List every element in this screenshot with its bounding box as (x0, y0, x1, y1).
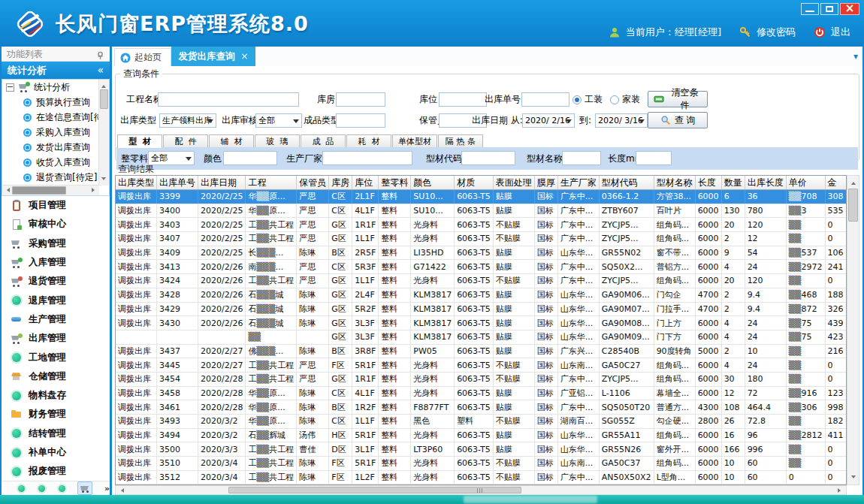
tab-overflow-icon[interactable]: ▾ (853, 51, 858, 62)
table-row[interactable]: 调拨出库35002020/3/3工▒▒共工程曹佳D区3L1F整料LT3P6060… (116, 442, 846, 457)
table-row[interactable]: 调拨出库34292020/2/26石▒▒▒城陈琳G区5R2F整料KLM38176… (116, 302, 846, 316)
column-header[interactable]: 膜厚 (534, 176, 557, 190)
sidebar-menu-item[interactable]: 生产管理 (2, 310, 110, 329)
sidebar-menu-item[interactable]: 退货管理 (2, 272, 110, 291)
table-row[interactable]: 调拨出库34002020/2/25华▒▒原...严思C区4L1F整料SU10..… (116, 204, 846, 218)
sidebar-menu-item[interactable]: 仓储管理 (2, 367, 110, 386)
color-input[interactable] (223, 151, 277, 165)
tree-item[interactable]: 退货查询[待定] (2, 170, 99, 185)
clear-conditions-button[interactable]: 清空条件 (648, 91, 708, 107)
sidebar-menu-item[interactable]: 补单中心 (2, 443, 110, 462)
column-header[interactable]: 整零料 (379, 176, 411, 190)
table-row[interactable]: 调拨出库34282020/2/26石▒▒▒城陈琳G区2L4F整料KLM38176… (116, 288, 846, 302)
column-header[interactable]: 材质 (455, 176, 494, 190)
column-header[interactable]: 出库日期 (198, 176, 246, 190)
location-input[interactable] (439, 92, 487, 107)
tree-item[interactable]: 收货入库查询 (2, 155, 99, 170)
sidebar-menu-item[interactable]: 结转管理 (2, 424, 110, 443)
table-row[interactable]: 调拨出库34582020/2/28华▒▒原...陈琳C区4L1F整料光身料606… (116, 386, 846, 400)
grid-vertical-scrollbar[interactable] (847, 175, 859, 485)
sidebar-menu-item[interactable]: 物料盘存 (2, 386, 110, 405)
date-to-picker[interactable]: 2020/ 3/16 (595, 113, 648, 128)
tree-root[interactable]: 统计分析 (2, 80, 99, 95)
quick-dot-icon[interactable] (37, 484, 47, 493)
product-type-input[interactable] (336, 113, 385, 128)
column-header[interactable]: 工程 (246, 176, 297, 190)
column-header[interactable]: 单价 (786, 176, 825, 190)
material-tab-8[interactable]: 隔 热 条 (438, 134, 483, 147)
material-tab-1[interactable]: 型 材 (117, 134, 162, 148)
column-header[interactable]: 出库单号 (157, 176, 198, 190)
out-type-dropdown[interactable]: 生产领料出库 (159, 113, 216, 128)
sidebar-menu-item[interactable]: 退库管理 (2, 291, 110, 309)
column-header[interactable]: 库房 (329, 176, 352, 190)
table-row[interactable]: 调拨出库33992020/2/25华▒▒原...严思C区2L1F整料SU10..… (116, 190, 846, 204)
sidebar-menu-item[interactable]: 采购管理 (2, 234, 110, 253)
radio-jiazhuang[interactable]: 家装 (610, 92, 640, 107)
tree-vertical-scrollbar[interactable] (98, 80, 109, 186)
column-header[interactable]: 数量 (721, 176, 745, 190)
tab-close-icon[interactable]: × (240, 51, 248, 62)
profile-name-input[interactable] (562, 151, 601, 165)
column-header[interactable]: 出库类型 (116, 176, 157, 190)
profile-code-input[interactable] (461, 151, 515, 165)
material-tab-5[interactable]: 成 品 (301, 134, 346, 147)
search-button[interactable]: 查 询 (648, 112, 708, 128)
material-tab-6[interactable]: 耗 材 (346, 134, 391, 147)
sidebar-menu-item[interactable]: 项目管理 (2, 196, 110, 215)
minimize-button[interactable] (801, 3, 819, 15)
table-row[interactable]: 调拨出库35122020/3/4工▒▒共工程陈琳F区1L2F整料光身料6063-… (116, 470, 846, 484)
tab-home[interactable]: 起始页 (114, 48, 171, 66)
project-name-input[interactable] (158, 92, 299, 107)
order-no-input[interactable] (521, 92, 569, 107)
sidebar-menu-item[interactable]: 出库管理 (2, 329, 110, 348)
sidebar-menu-item[interactable]: 工地管理 (2, 348, 110, 367)
logout-link[interactable]: 退出 (831, 26, 850, 39)
tree-item[interactable]: 发货出库查询 (2, 140, 99, 155)
tree-item[interactable]: 在途信息查询[待 (2, 110, 99, 125)
column-header[interactable]: 出库长度 (745, 176, 786, 190)
column-header[interactable]: 生产厂家 (557, 176, 599, 190)
more-buttons-chevron[interactable]: » (104, 484, 110, 493)
table-row[interactable]: 调拨出库34372020/2/27佛▒▒▒...陈琳B区3R8F整料PW0560… (116, 344, 846, 358)
tab-shipping-outbound-query[interactable]: 发货出库查询 × (171, 47, 255, 66)
table-row[interactable]: 调拨出库34612020/2/28华▒▒原...陈琳B区1R2F整料F8877F… (116, 400, 846, 415)
table-row[interactable]: 调拨出库34032020/2/25工▒▒共工程严思G区1R1F整料光身料6063… (116, 218, 846, 232)
material-tab-7[interactable]: 单体型材 (392, 134, 437, 147)
column-header[interactable]: 库位 (352, 176, 379, 190)
table-row[interactable]: 调拨出库34542020/2/28工▒▒共工程严思G区1R1F整料光身料6063… (116, 372, 846, 386)
table-row[interactable]: 调拨出库34302020/2/26石▒▒▒城陈琳G区3L3F整料KLM38176… (116, 316, 846, 330)
out-audit-dropdown[interactable]: 全部 (255, 113, 302, 128)
warehouse-input[interactable] (336, 92, 385, 107)
table-row[interactable]: 调拨出库34452020/2/27工▒▒共工程严思F区5R1F整料光身料6063… (116, 358, 846, 373)
sidebar-menu-item[interactable]: 财务管理 (2, 405, 110, 424)
column-header[interactable]: 表面处理 (493, 176, 534, 190)
table-row[interactable]: 调拨出库34932020/3/2华▒▒原...陈琳C区1L1F整料黑色塑料不贴膜… (116, 415, 846, 429)
whole-scrap-dropdown[interactable]: 全部 (148, 151, 195, 165)
collapse-icon[interactable]: « (97, 62, 104, 79)
column-header[interactable]: 保管员 (297, 176, 329, 190)
sidebar-menu-item[interactable]: 报废管理 (2, 462, 110, 481)
column-header[interactable]: 金 (825, 176, 846, 190)
tree-horizontal-scrollbar[interactable] (2, 185, 99, 195)
manufacturer-input[interactable] (322, 151, 412, 165)
section-header[interactable]: 统计分析 « (2, 62, 110, 79)
table-row[interactable]: 调拨出库35102020/3/4工▒▒共工程陈琳F区5R1F整料光身料6063-… (116, 457, 846, 471)
column-header[interactable]: 型材代码 (599, 176, 654, 190)
change-password-link[interactable]: 修改密码 (757, 26, 796, 39)
length-input[interactable] (636, 151, 672, 165)
table-row[interactable]: 调拨出库34092020/2/25长▒▒▒...陈琳B区2R5F整料LI35HD… (116, 246, 846, 260)
material-tab-4[interactable]: 玻 璃 (255, 134, 300, 147)
column-header[interactable]: 型材名称 (654, 176, 695, 190)
tree-item[interactable]: 采购入库查询 (2, 125, 99, 140)
sidebar-menu-item[interactable]: 入库管理 (2, 253, 110, 272)
table-row[interactable]: ▒▒G区3L3F整料KLM38176063-T5贴膜国标山东华...GA90M0… (116, 330, 846, 344)
date-from-picker[interactable]: 2020/ 2/16 (522, 113, 575, 128)
collapse-expander-icon[interactable] (6, 83, 14, 92)
table-row[interactable]: 调拨出库34072020/2/25工▒▒共工程严思G区1L1F整料光身料6063… (116, 232, 846, 246)
material-tab-2[interactable]: 配 件 (163, 134, 208, 147)
column-header[interactable]: 长度 (695, 176, 721, 190)
quick-dot-icon[interactable] (17, 484, 26, 493)
close-button[interactable] (840, 3, 859, 15)
tree-item[interactable]: 预算执行查询 (2, 95, 99, 110)
